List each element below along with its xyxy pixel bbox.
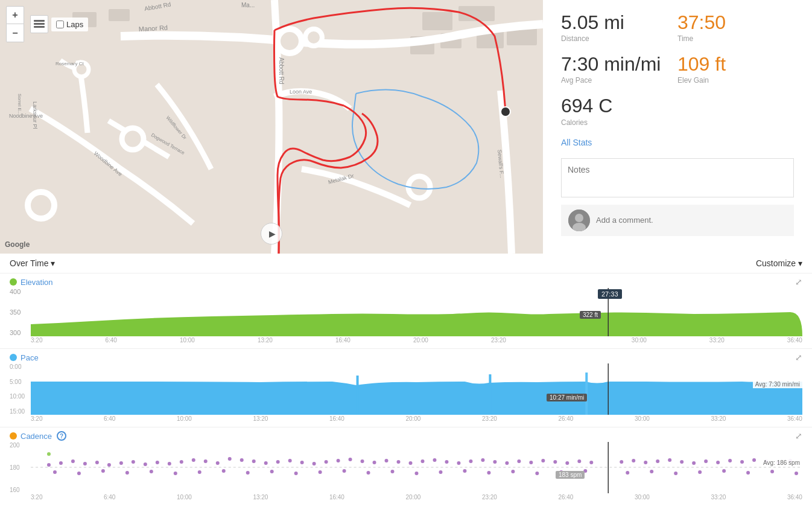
svg-point-123 [535, 472, 539, 475]
charts-area: Over Time ▾ Customize ▾ Elevation ⤢ 400 … [0, 254, 812, 505]
pace-y-labels: 0:00 5:00 10:00 15:00 [10, 363, 28, 415]
svg-point-82 [529, 461, 533, 464]
svg-point-95 [704, 459, 708, 463]
avg-pace-value: 7:30 min/mi [561, 54, 677, 75]
svg-point-49 [132, 460, 135, 464]
svg-point-130 [722, 469, 726, 473]
distance-stat: 5.05 mi Distance [561, 12, 677, 43]
svg-point-34 [575, 214, 583, 222]
pace-legend: Pace [10, 353, 39, 362]
pace-expand-icon[interactable]: ⤢ [795, 353, 802, 362]
calories-label: Calories [561, 118, 794, 127]
svg-point-91 [656, 459, 659, 463]
svg-point-103 [53, 470, 57, 474]
distance-label: Distance [561, 34, 677, 43]
pace-x-labels: 3:20 6:40 10:00 13:20 16:40 20:00 23:20 … [31, 415, 802, 422]
elevation-dot [10, 278, 17, 286]
svg-point-61 [276, 460, 280, 464]
play-button[interactable]: ▶ [261, 223, 282, 245]
svg-point-111 [246, 471, 250, 475]
svg-point-117 [391, 470, 395, 473]
svg-point-51 [156, 461, 159, 464]
time-stat: 37:50 Time [677, 12, 794, 43]
svg-point-60 [264, 461, 268, 465]
svg-point-80 [505, 461, 509, 465]
svg-point-113 [294, 472, 298, 475]
svg-point-55 [204, 459, 208, 463]
svg-point-10 [122, 128, 144, 150]
svg-rect-31 [34, 23, 45, 25]
svg-point-109 [198, 470, 201, 474]
svg-point-68 [361, 459, 364, 463]
svg-point-114 [319, 470, 322, 474]
svg-rect-2 [109, 9, 130, 21]
google-logo: Google [5, 240, 30, 249]
calories-value: 694 C [561, 95, 794, 117]
svg-point-105 [101, 469, 105, 473]
comment-section [561, 205, 794, 236]
svg-point-77 [469, 459, 472, 463]
comment-input[interactable] [596, 216, 787, 225]
time-value: 37:50 [677, 12, 794, 33]
svg-point-62 [288, 459, 292, 462]
svg-point-108 [174, 472, 177, 475]
svg-point-84 [553, 460, 557, 464]
svg-point-42 [47, 463, 51, 467]
laps-checkbox[interactable] [56, 21, 64, 28]
svg-point-58 [240, 458, 244, 462]
elevation-expand-icon[interactable]: ⤢ [795, 277, 802, 287]
elev-gain-stat: 109 ft Elev Gain [677, 54, 794, 85]
time-label: Time [677, 34, 794, 43]
svg-point-76 [457, 461, 460, 465]
svg-point-119 [439, 470, 442, 474]
elevation-x-labels: 3:20 6:40 10:00 13:20 16:40 20:00 23:20 … [31, 336, 802, 344]
svg-point-45 [83, 462, 87, 465]
svg-text:Loon Ave: Loon Ave [290, 89, 312, 95]
svg-point-133 [795, 472, 798, 475]
stats-panel: 5.05 mi Distance 37:50 Time 7:30 min/mi … [543, 0, 812, 254]
layers-button[interactable] [30, 15, 48, 33]
elevation-label[interactable]: Elevation [21, 278, 52, 287]
customize-dropdown[interactable]: Customize ▾ [756, 258, 802, 268]
pace-tooltip: 10:27 min/mi [547, 394, 587, 401]
svg-text:Manor Rd: Manor Rd [138, 24, 168, 33]
svg-point-48 [119, 461, 123, 465]
pace-chart: Pace ⤢ 0:00 5:00 10:00 15:00 [0, 349, 812, 427]
svg-point-70 [385, 459, 389, 462]
svg-point-54 [192, 458, 195, 462]
svg-point-132 [770, 470, 774, 473]
zoom-out-button[interactable]: − [6, 24, 24, 42]
over-time-dropdown[interactable]: Over Time ▾ [10, 258, 55, 268]
svg-point-93 [680, 460, 684, 464]
svg-point-64 [312, 462, 316, 465]
svg-point-115 [343, 469, 346, 473]
svg-point-50 [144, 462, 147, 466]
svg-point-92 [668, 458, 671, 462]
cadence-help-icon[interactable]: ? [57, 431, 66, 441]
cadence-expand-icon[interactable]: ⤢ [795, 431, 802, 441]
all-stats-link[interactable]: All Stats [561, 138, 794, 147]
svg-rect-3 [422, 12, 452, 30]
svg-point-83 [541, 459, 545, 462]
svg-point-78 [481, 458, 484, 462]
svg-point-67 [349, 458, 352, 461]
elevation-tooltip-time: 27:33 [598, 289, 622, 299]
laps-toggle[interactable]: Laps [51, 18, 88, 31]
svg-point-57 [228, 457, 232, 461]
notes-textarea[interactable] [561, 158, 794, 197]
svg-point-85 [565, 461, 569, 465]
svg-rect-30 [34, 20, 45, 22]
zoom-in-button[interactable]: + [6, 6, 24, 24]
elevation-tooltip-value: 322 ft [580, 311, 601, 319]
pace-label[interactable]: Pace [21, 353, 39, 362]
svg-point-98 [740, 460, 744, 464]
svg-point-121 [487, 471, 490, 475]
svg-text:Ma...: Ma... [241, 2, 255, 8]
cadence-label[interactable]: Cadence [21, 432, 52, 441]
cadence-y-labels: 200 180 160 [10, 442, 28, 493]
svg-point-9 [28, 192, 54, 219]
svg-point-97 [728, 459, 732, 462]
svg-rect-32 [34, 26, 45, 28]
cadence-dot [10, 432, 17, 440]
svg-point-81 [517, 459, 521, 463]
